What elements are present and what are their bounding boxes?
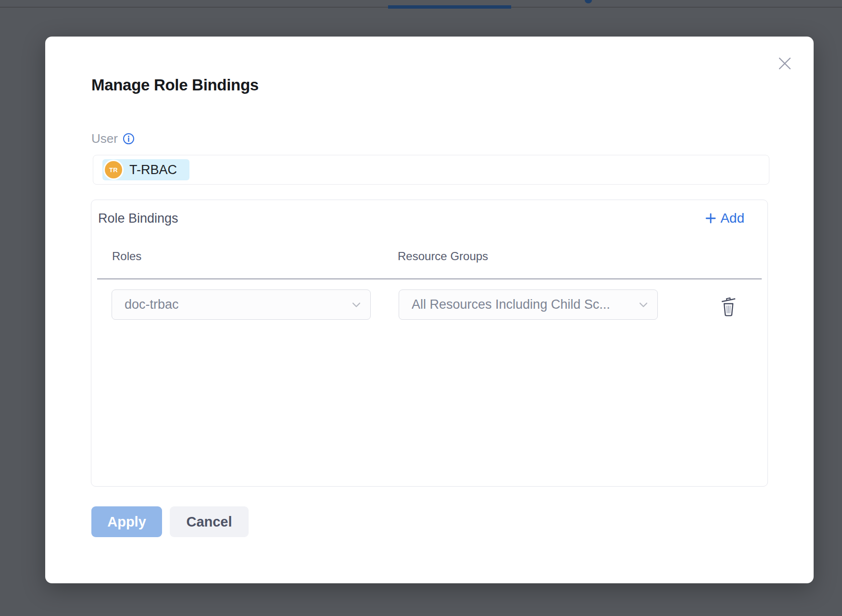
column-header-roles: Roles <box>112 250 141 263</box>
trash-icon <box>720 295 737 317</box>
role-bindings-title: Role Bindings <box>98 211 178 226</box>
chevron-down-icon <box>352 302 361 307</box>
user-name: T-RBAC <box>129 163 177 177</box>
dialog-title: Manage Role Bindings <box>91 76 259 94</box>
clipped-tab-text-remnant <box>585 0 592 3</box>
column-header-resource-groups: Resource Groups <box>398 250 488 263</box>
resource-group-select-value: All Resources Including Child Sc... <box>412 297 610 312</box>
cancel-button[interactable]: Cancel <box>170 506 249 537</box>
role-select-value: doc-trbac <box>125 297 179 312</box>
active-tab-indicator <box>388 5 511 9</box>
role-select[interactable]: doc-trbac <box>112 289 371 320</box>
add-binding-label: Add <box>720 211 744 226</box>
role-bindings-header: Role Bindings Add <box>98 211 744 226</box>
user-label-row: User <box>91 131 135 146</box>
close-button[interactable] <box>772 51 797 76</box>
manage-role-bindings-dialog: Manage Role Bindings User TR T-RBAC Role… <box>45 37 814 583</box>
delete-binding-button[interactable] <box>715 292 742 320</box>
add-binding-button[interactable]: Add <box>705 211 744 226</box>
user-input[interactable]: TR T-RBAC <box>93 155 769 185</box>
info-icon[interactable] <box>123 133 135 145</box>
selected-user-chip[interactable]: TR T-RBAC <box>102 159 189 180</box>
apply-button[interactable]: Apply <box>91 506 162 537</box>
resource-group-select[interactable]: All Resources Including Child Sc... <box>399 289 658 320</box>
table-header-divider <box>97 278 762 279</box>
role-bindings-panel: Role Bindings Add Roles Resource Groups … <box>91 200 768 487</box>
close-icon <box>778 57 792 70</box>
plus-icon <box>705 213 716 224</box>
chevron-down-icon <box>639 302 648 307</box>
user-avatar: TR <box>105 161 122 178</box>
user-label: User <box>91 131 118 146</box>
